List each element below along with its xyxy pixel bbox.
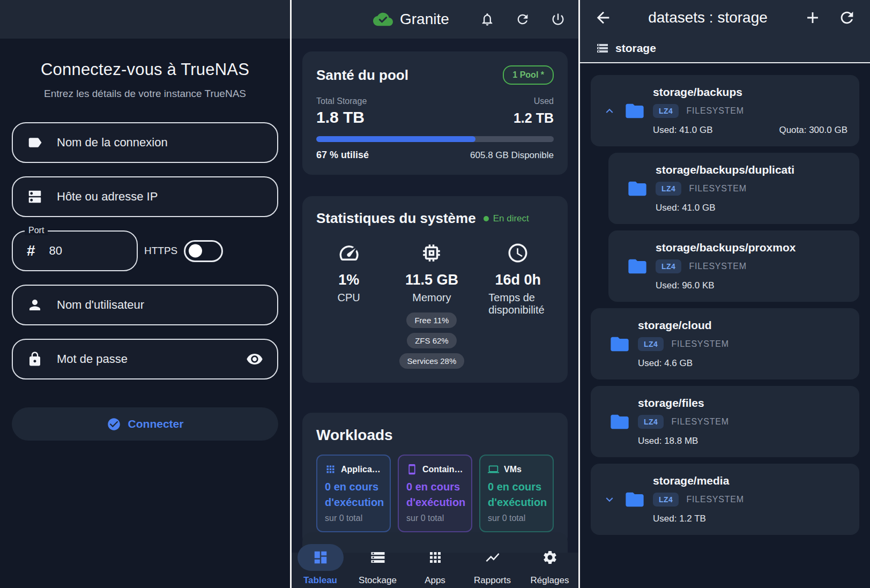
nav-label: Apps — [425, 575, 445, 586]
back-icon[interactable] — [594, 9, 612, 27]
status-bar — [0, 0, 290, 39]
dataset-name: storage/files — [638, 397, 847, 410]
nav-label: Réglages — [531, 575, 569, 586]
nav-tab-reglages[interactable]: Réglages — [521, 544, 578, 586]
page-subtitle: Entrez les détails de votre instance Tru… — [12, 88, 278, 100]
https-toggle[interactable] — [184, 240, 223, 262]
bottom-nav: Tableau Stockage Apps Rapports — [292, 538, 578, 588]
live-label: En direct — [493, 213, 529, 224]
nav-tab-stockage[interactable]: Stockage — [349, 544, 406, 586]
nav-tab-apps[interactable]: Apps — [406, 544, 464, 586]
total-storage-label: Total Storage — [316, 96, 367, 106]
gear-icon — [542, 549, 558, 565]
workload-running: 0 en cours d'exécution — [406, 479, 464, 510]
nav-label: Tableau — [303, 575, 337, 586]
server-status: Granite — [373, 11, 449, 28]
stats-title: Statistiques du système — [316, 210, 476, 227]
system-stats-card: Statistiques du système En direct 1% CPU — [302, 196, 568, 383]
live-dot-icon — [484, 216, 489, 221]
dataset-type: FILESYSTEM — [689, 184, 747, 193]
dataset-card-duplicati[interactable]: storage/backups/duplicati LZ4 FILESYSTEM… — [608, 153, 859, 224]
dashboard-screen: Granite Santé du pool 1 Pool * — [292, 0, 578, 588]
nav-label: Rapports — [474, 575, 511, 586]
workload-running: 0 en cours d'exécution — [488, 479, 545, 510]
folder-icon — [624, 489, 645, 510]
lock-icon — [27, 351, 43, 367]
used-label: Used — [534, 96, 554, 106]
dataset-used: Used: 1.2 TB — [653, 513, 706, 524]
folder-icon — [627, 256, 648, 277]
datasets-screen: datasets : storage storage — [580, 0, 870, 588]
workload-containers-card[interactable]: Containers 0 en cours d'exécution sur 0 … — [398, 455, 472, 532]
connect-button[interactable]: Connecter — [12, 407, 278, 441]
clock-icon — [507, 242, 529, 264]
workload-total: sur 0 total — [488, 513, 545, 523]
check-circle-icon — [107, 417, 121, 431]
speedometer-icon — [338, 242, 360, 264]
dataset-name: storage/backups/duplicati — [656, 163, 847, 176]
dataset-used: Used: 41.0 GB — [653, 125, 713, 136]
dataset-used: Used: 96.0 KB — [656, 280, 715, 291]
add-icon[interactable] — [804, 9, 822, 27]
connection-name-placeholder: Nom de la connexion — [57, 136, 168, 150]
chevron-up-icon[interactable] — [603, 104, 616, 118]
dataset-card-media[interactable]: storage/media LZ4 FILESYSTEM Used: 1.2 T… — [591, 464, 859, 535]
workload-name: Applications — [341, 465, 382, 474]
dataset-card-files[interactable]: storage/files LZ4 FILESYSTEM Used: 18.8 … — [591, 386, 859, 457]
port-field[interactable]: Port # 80 — [12, 230, 138, 271]
datasets-title: datasets : storage — [612, 9, 804, 26]
nav-tab-rapports[interactable]: Rapports — [464, 544, 521, 586]
server-name: Granite — [400, 11, 449, 28]
total-storage-value: 1.8 TB — [316, 108, 365, 126]
folder-icon — [624, 100, 645, 122]
compression-badge: LZ4 — [653, 493, 679, 507]
person-icon — [27, 297, 43, 313]
connection-name-field[interactable]: Nom de la connexion — [12, 122, 278, 163]
dataset-type: FILESYSTEM — [686, 106, 744, 116]
dns-icon — [27, 189, 43, 205]
dataset-quota: Quota: 300.0 GB — [779, 125, 847, 136]
host-field[interactable]: Hôte ou adresse IP — [12, 176, 278, 217]
https-label: HTTPS — [144, 245, 177, 257]
dataset-type: FILESYSTEM — [689, 262, 747, 271]
pool-health-card: Santé du pool 1 Pool * Total Storage Use… — [302, 51, 568, 175]
dataset-type: FILESYSTEM — [671, 339, 729, 349]
cpu-value: 1% — [338, 272, 359, 288]
power-icon[interactable] — [551, 12, 566, 27]
workload-total: sur 0 total — [406, 513, 464, 523]
dataset-card-cloud[interactable]: storage/cloud LZ4 FILESYSTEM Used: 4.6 G… — [591, 308, 859, 379]
breadcrumb-label: storage — [615, 42, 656, 55]
dataset-used: Used: 4.6 GB — [638, 358, 693, 369]
show-password-icon[interactable] — [246, 351, 263, 368]
password-field[interactable]: Mot de passe — [12, 339, 278, 379]
workload-vms-card[interactable]: VMs 0 en cours d'exécution sur 0 total — [479, 455, 554, 532]
compression-badge: LZ4 — [638, 415, 664, 429]
apps-grid-icon — [325, 464, 336, 475]
pool-usage-bar — [316, 136, 554, 142]
dataset-card-proxmox[interactable]: storage/backups/proxmox LZ4 FILESYSTEM U… — [608, 230, 859, 302]
notifications-icon[interactable] — [480, 12, 495, 27]
workload-name: Containers — [422, 465, 464, 474]
chevron-down-icon[interactable] — [603, 493, 616, 507]
username-field[interactable]: Nom d'utilisateur — [12, 285, 278, 325]
cpu-label: CPU — [338, 292, 360, 304]
nav-label: Stockage — [359, 575, 397, 586]
refresh-icon[interactable] — [838, 9, 856, 27]
uptime-value: 16d 0h — [495, 272, 541, 288]
breadcrumb[interactable]: storage — [594, 42, 856, 55]
username-placeholder: Nom d'utilisateur — [57, 298, 144, 312]
dataset-name: storage/media — [653, 474, 847, 487]
apps-grid-icon — [427, 549, 443, 565]
truenas-app-screens: Connectez-vous à TrueNAS Entrez les déta… — [0, 0, 870, 588]
pool-count-badge[interactable]: 1 Pool * — [503, 65, 554, 85]
dataset-card-backups[interactable]: storage/backups LZ4 FILESYSTEM Used: 41.… — [591, 75, 859, 146]
dataset-name: storage/backups — [653, 86, 847, 99]
workload-apps-card[interactable]: Applications 0 en cours d'exécution sur … — [316, 455, 391, 532]
refresh-icon[interactable] — [515, 12, 530, 27]
password-placeholder: Mot de passe — [57, 352, 128, 366]
live-badge: En direct — [484, 213, 529, 224]
available-label: 605.8 GB Disponible — [470, 150, 554, 161]
nav-tab-tableau[interactable]: Tableau — [292, 544, 349, 586]
dataset-type: FILESYSTEM — [671, 417, 729, 427]
compression-badge: LZ4 — [638, 337, 664, 351]
